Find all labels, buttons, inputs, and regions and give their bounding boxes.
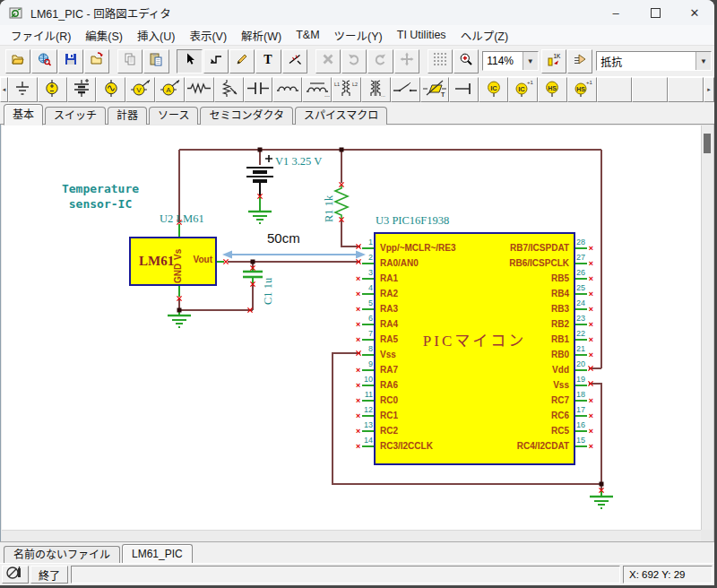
palette-ic-macro-button[interactable]: +1IC <box>508 77 538 102</box>
mode-button[interactable] <box>2 566 29 584</box>
exit-button[interactable]: 終了 <box>30 566 68 584</box>
redo-button <box>367 49 393 74</box>
paste-button[interactable] <box>143 49 168 74</box>
palette-ground-button[interactable] <box>8 77 38 102</box>
pencil-button[interactable] <box>229 49 255 74</box>
copy-button[interactable] <box>117 49 143 74</box>
palette-voltmeter-button[interactable]: V <box>125 77 155 102</box>
text-icon: T <box>261 52 275 70</box>
tab-セミコンダクタ[interactable]: セミコンダクタ <box>200 107 293 125</box>
menu-item-2[interactable]: 挿入(U) <box>130 25 182 46</box>
tab-基本[interactable]: 基本 <box>4 104 43 125</box>
schematic-paper[interactable]: Temperature sensor-IC U2 LM61 V1 3.25 V … <box>2 125 701 530</box>
grid-button[interactable] <box>428 49 453 74</box>
maximize-button[interactable] <box>635 0 675 25</box>
palette-thermistor-button[interactable]: T <box>420 77 450 102</box>
menu-item-8[interactable]: ヘルプ(Z) <box>454 25 515 46</box>
menu-item-0[interactable]: ファイル(R) <box>4 25 78 46</box>
menu-item-3[interactable]: 表示(V) <box>182 25 234 46</box>
component-select[interactable]: 抵抗▼ <box>596 51 712 71</box>
pic-center-label: PICマイコン <box>376 328 574 350</box>
palette-transformer-button[interactable]: ... <box>361 77 391 102</box>
tab-スイッチ[interactable]: スイッチ <box>45 107 106 125</box>
horizontal-scrollbar[interactable] <box>2 530 701 541</box>
palette-battery-button[interactable] <box>67 77 97 102</box>
v1-label[interactable]: V1 3.25 V <box>275 155 322 169</box>
palette-inductor-button[interactable] <box>272 77 302 102</box>
pic-pin-name: RA0/AN0 <box>380 258 419 268</box>
pic-pin-name: RA1 <box>380 273 398 283</box>
undo-icon <box>347 52 361 70</box>
r1-label[interactable]: R1 1k <box>323 177 336 222</box>
pic-pin-stub <box>362 263 374 264</box>
pic-pin-number: 24 <box>576 298 588 307</box>
zoom-select[interactable]: 114%▼ <box>482 51 538 71</box>
pic-block[interactable]: PICマイコン Vpp/~MCLR~/RE31RA0/AN02RA13×RA24… <box>374 232 575 465</box>
menu-item-4[interactable]: 解析(W) <box>234 25 289 46</box>
tab-計器[interactable]: 計器 <box>108 107 147 125</box>
text-button[interactable]: T <box>255 49 281 74</box>
folder-import-icon <box>90 52 104 70</box>
save-button[interactable] <box>58 49 83 74</box>
lm61-block[interactable]: LM61 Vs Vout GND <box>129 237 217 286</box>
palette-switch-button[interactable] <box>391 77 420 102</box>
terminal-icon <box>451 79 478 101</box>
palette-resistor-button[interactable] <box>185 77 214 102</box>
delete-icon <box>321 52 335 70</box>
vertical-scrollbar[interactable] <box>701 125 713 530</box>
pic-pin-open-marker: × <box>356 397 360 404</box>
pic-refdes-label[interactable]: U3 PIC16F1938 <box>376 214 449 228</box>
pic-pin-open-marker: × <box>589 245 593 252</box>
select-button[interactable] <box>177 49 202 74</box>
palette-terminal-button[interactable] <box>449 77 479 102</box>
doc-tab-名前のないファイル[interactable]: 名前のないファイル <box>4 546 120 563</box>
palette-coupled-inductor-button[interactable]: L1L2 <box>332 77 361 102</box>
close-button[interactable]: ✕ <box>675 0 714 25</box>
pic-pin-number: 8 <box>361 344 373 353</box>
ac-source-icon <box>98 79 125 101</box>
svg-text:+1: +1 <box>527 80 534 85</box>
palette-ac-source-button[interactable] <box>96 77 125 102</box>
tab-ソース[interactable]: ソース <box>149 107 198 125</box>
wire-segment-button[interactable] <box>282 49 307 74</box>
pic-pin-name: RB0 <box>551 350 569 359</box>
menu-item-7[interactable]: TI Utilities <box>390 27 454 43</box>
vertical-scrollbar-thumb[interactable] <box>704 134 711 153</box>
zoom-in-button[interactable] <box>454 49 479 74</box>
app-icon <box>9 5 23 20</box>
c1-label[interactable]: C1 1u <box>262 265 275 305</box>
tab-スパイスマクロ[interactable]: スパイスマクロ <box>295 107 387 125</box>
palette-scroll-right-button[interactable]: ▸ <box>704 77 714 102</box>
import-button[interactable] <box>84 49 109 74</box>
schematic-canvas[interactable]: Temperature sensor-IC U2 LM61 V1 3.25 V … <box>0 125 714 541</box>
menu-item-5[interactable]: T&M <box>289 27 326 43</box>
palette-inductor-core-button[interactable]: ... <box>302 77 332 102</box>
last-component-button[interactable] <box>567 49 592 74</box>
pic-pin-stub <box>575 369 587 371</box>
potentiometer-icon <box>215 79 242 101</box>
pic-pin-open-marker: × <box>356 443 360 450</box>
palette-ic-button[interactable]: IC <box>479 77 508 102</box>
palette-hs-button[interactable]: HS <box>538 77 567 102</box>
palette-scroll-left-button[interactable]: ◂ <box>0 77 8 102</box>
palette-voltage-source-button[interactable] <box>38 77 67 102</box>
temperature-annotation[interactable]: Temperature sensor-IC <box>32 181 168 212</box>
menu-item-6[interactable]: ツール(Y) <box>327 25 390 46</box>
show-values-button[interactable]: 1K <box>541 49 566 74</box>
palette-hs-macro-button[interactable]: +1HS <box>567 77 597 102</box>
distance-label[interactable]: 50cm <box>267 230 300 246</box>
titlebar: LM61_PIC - 回路図エディタ – ✕ <box>0 0 714 25</box>
open-button[interactable] <box>5 49 30 74</box>
menu-item-1[interactable]: 編集(S) <box>78 25 130 46</box>
palette-potentiometer-button[interactable] <box>214 77 244 102</box>
wire-button[interactable] <box>203 49 229 74</box>
open-from-web-button[interactable] <box>31 49 56 74</box>
palette-ammeter-button[interactable]: A <box>155 77 185 102</box>
minimize-button[interactable]: – <box>596 0 635 25</box>
palette-capacitor-button[interactable] <box>244 77 273 102</box>
chevron-down-icon[interactable]: ▼ <box>523 52 538 70</box>
lm61-refdes-label[interactable]: U2 LM61 <box>160 212 204 226</box>
chevron-down-icon[interactable]: ▼ <box>695 52 711 70</box>
doc-tab-LM61_PIC[interactable]: LM61_PIC <box>122 544 193 563</box>
pic-pin-number: 6 <box>361 314 373 323</box>
